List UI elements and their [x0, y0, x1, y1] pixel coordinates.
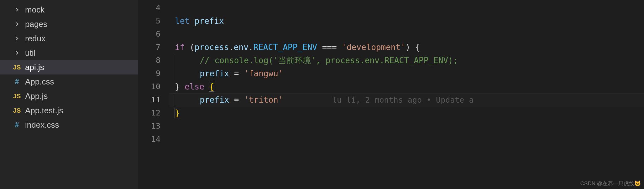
token-dot: .	[229, 43, 234, 52]
folder-label: mock	[25, 5, 45, 15]
token-string: 'triton'	[244, 95, 283, 105]
token-paren: (	[190, 43, 195, 52]
indent-guide	[175, 93, 175, 106]
code-line-current[interactable]: prefix = 'triton' lu li, 2 months ago • …	[169, 93, 644, 106]
token-variable: process	[195, 43, 229, 52]
line-number-current: 11	[138, 93, 169, 106]
token-constant: REACT_APP_ENV	[253, 43, 317, 52]
code-line[interactable]: let prefix	[169, 14, 644, 28]
js-file-icon: JS	[12, 64, 22, 71]
file-label: index.css	[25, 120, 59, 130]
js-file-icon: JS	[12, 107, 22, 114]
folder-label: pages	[25, 19, 47, 29]
token-comment: // console.log('当前环境', process.env.REACT…	[200, 56, 458, 65]
code-area[interactable]: let prefix if (process.env.REACT_APP_ENV…	[169, 0, 644, 189]
line-number: 13	[138, 120, 169, 133]
file-label: App.css	[25, 77, 54, 87]
css-file-icon: #	[12, 120, 22, 129]
folder-redux[interactable]: redux	[0, 31, 138, 46]
indent-guide	[175, 54, 175, 67]
line-number: 5	[138, 14, 169, 28]
file-app-test-js[interactable]: JS App.test.js	[0, 103, 138, 118]
token-keyword: let	[175, 16, 190, 26]
code-line[interactable]	[169, 120, 644, 133]
folder-pages[interactable]: pages	[0, 17, 138, 31]
code-line[interactable]	[169, 1, 644, 14]
token-dot: .	[249, 43, 254, 52]
chevron-right-icon	[12, 7, 22, 13]
token-brace: }	[175, 82, 180, 91]
token-space	[185, 43, 190, 52]
token-space	[229, 69, 234, 78]
code-line[interactable]	[169, 28, 644, 41]
token-keyword: if	[175, 43, 185, 52]
code-line[interactable]: prefix = 'fangwu'	[169, 67, 644, 80]
token-space	[180, 82, 185, 91]
line-number: 7	[138, 41, 169, 54]
chevron-right-icon	[12, 50, 22, 56]
file-label: App.test.js	[25, 106, 63, 115]
token-space	[239, 69, 244, 78]
code-editor[interactable]: 4 5 6 7 8 9 10 11 12 13 14 let prefix if…	[138, 0, 644, 189]
token-space	[239, 95, 244, 105]
code-line[interactable]: }	[169, 106, 644, 120]
token-space	[337, 43, 342, 52]
token-variable: prefix	[200, 95, 229, 105]
folder-util[interactable]: util	[0, 46, 138, 60]
chevron-right-icon	[12, 21, 22, 27]
line-number: 10	[138, 80, 169, 93]
line-number: 9	[138, 67, 169, 80]
line-number: 6	[138, 28, 169, 41]
code-line[interactable]	[169, 133, 644, 146]
watermark: CSDN @在养一只虎纹🐱	[580, 180, 641, 187]
token-space	[229, 95, 234, 105]
indent-guide	[175, 67, 175, 80]
folder-label: util	[25, 48, 35, 58]
line-number: 14	[138, 133, 169, 146]
token-brace-match: }	[175, 108, 180, 118]
code-line[interactable]: if (process.env.REACT_APP_ENV === 'devel…	[169, 41, 644, 54]
folder-label: redux	[25, 34, 45, 43]
file-api-js[interactable]: JS api.js	[0, 60, 138, 74]
file-app-js[interactable]: JS App.js	[0, 89, 138, 103]
token-operator: =	[234, 95, 239, 105]
token-operator: =	[234, 69, 239, 78]
token-paren: )	[406, 43, 411, 52]
token-space	[190, 16, 195, 26]
token-space	[410, 43, 415, 52]
token-string: 'fangwu'	[244, 69, 283, 78]
token-space	[317, 43, 322, 52]
line-number: 12	[138, 106, 169, 120]
file-explorer: mock pages redux util JS api.js #	[0, 0, 138, 189]
token-space	[204, 82, 209, 91]
line-number: 8	[138, 54, 169, 67]
folder-mock[interactable]: mock	[0, 3, 138, 17]
chevron-right-icon	[12, 36, 22, 41]
app-root: mock pages redux util JS api.js #	[0, 0, 644, 189]
token-variable: prefix	[200, 69, 229, 78]
file-label: api.js	[25, 63, 44, 72]
token-property: env	[234, 43, 249, 52]
line-number: 4	[138, 1, 169, 14]
code-line[interactable]: } else {	[169, 80, 644, 93]
line-number-gutter: 4 5 6 7 8 9 10 11 12 13 14	[138, 0, 169, 189]
git-blame-annotation: lu li, 2 months ago • Update a	[332, 95, 474, 105]
file-label: App.js	[25, 91, 48, 101]
token-brace-match: {	[209, 82, 215, 92]
token-keyword: else	[185, 82, 204, 91]
file-app-css[interactable]: # App.css	[0, 74, 138, 89]
css-file-icon: #	[12, 77, 22, 86]
token-operator: ===	[322, 43, 337, 52]
token-brace: {	[415, 43, 420, 52]
file-index-css[interactable]: # index.css	[0, 118, 138, 132]
js-file-icon: JS	[12, 93, 22, 100]
token-variable: prefix	[195, 16, 224, 26]
code-line[interactable]: // console.log('当前环境', process.env.REACT…	[169, 54, 644, 67]
token-string: 'development'	[342, 43, 406, 52]
